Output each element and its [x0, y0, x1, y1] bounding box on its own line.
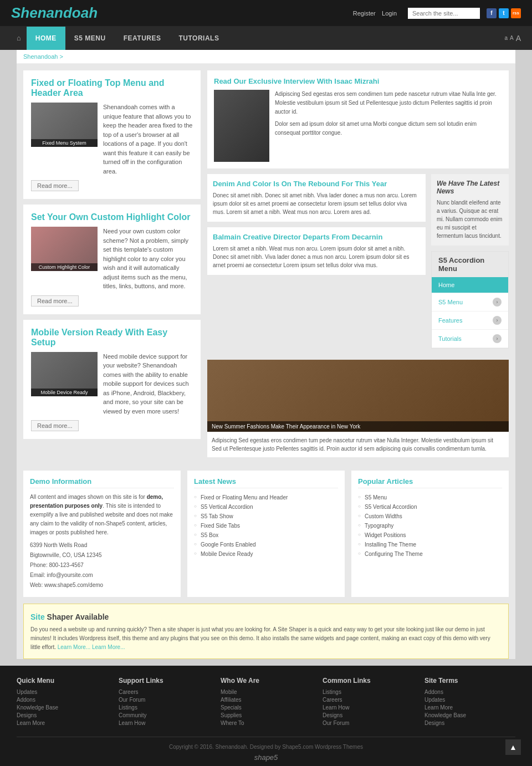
site-footer: Quick Menu Updates Addons Knowledge Base…	[0, 666, 532, 766]
footer-link[interactable]: Designs	[424, 720, 515, 726]
footer-link[interactable]: Designs	[17, 712, 108, 718]
news-right: We Have The Latest News Nunc blandit ele…	[431, 174, 509, 354]
accordion-arrow-features: ›	[493, 316, 502, 325]
footer-quickmenu-title: Quick Menu	[17, 677, 108, 685]
exclusive-header: Read Our Exclusive Interview With Isaac …	[214, 77, 502, 85]
footer-link[interactable]: Updates	[17, 689, 108, 695]
list-item[interactable]: Typography	[358, 521, 502, 530]
breadcrumb-home[interactable]: Shenandoah	[23, 53, 58, 60]
footer-link[interactable]: Supplies	[221, 712, 311, 718]
nav-item-s5menu[interactable]: S5 MENU	[65, 27, 115, 50]
article-2-img-label: Custom Highlight Color	[31, 263, 98, 271]
register-link[interactable]: Register	[353, 10, 376, 17]
exclusive-text1: Adipiscing Sed egestas eros sem condimen…	[275, 90, 502, 116]
footer-commonlinks-title: Common Links	[323, 677, 413, 685]
footer-columns: Quick Menu Updates Addons Knowledge Base…	[17, 677, 515, 728]
footer-link[interactable]: Affiliates	[221, 697, 311, 703]
footer-link[interactable]: Learn How	[119, 720, 209, 726]
footer-link[interactable]: Learn More	[17, 720, 108, 726]
footer-link[interactable]: Knowledge Base	[17, 704, 108, 711]
font-medium[interactable]: A	[510, 35, 514, 41]
list-item[interactable]: S5 Vertical Accordion	[194, 502, 338, 512]
list-item[interactable]: Google Fonts Enabled	[194, 540, 338, 549]
footer-link[interactable]: Learn More	[424, 704, 515, 711]
footer-link[interactable]: Our Forum	[323, 720, 413, 726]
footer-link[interactable]: Community	[119, 712, 209, 718]
news-2-title: Balmain Creative Director Departs From D…	[213, 233, 420, 241]
nav-item-features[interactable]: FEATURES	[115, 27, 170, 50]
list-item[interactable]: Widget Positions	[358, 530, 502, 540]
header-links: Register Login	[353, 9, 401, 17]
list-item[interactable]: Fixed Side Tabs	[194, 521, 338, 530]
logo-part2: doah	[63, 4, 98, 21]
list-item[interactable]: S5 Box	[194, 530, 338, 540]
footer-link[interactable]: Listings	[119, 704, 209, 711]
article-fixed-menu: Fixed or Floating Top Menu and Header Ar…	[23, 70, 201, 199]
article-2-read-more[interactable]: Read more...	[31, 295, 79, 307]
list-item[interactable]: S5 Menu	[358, 493, 502, 502]
news-left: Denim And Color Is On The Rebound For Th…	[207, 174, 426, 354]
footer-link[interactable]: Addons	[424, 689, 515, 695]
accordion-item-tutorials[interactable]: Tutorials ›	[432, 330, 508, 348]
article-custom-color: Set Your Own Custom Highlight Color Cust…	[23, 205, 201, 314]
footer-support-title: Support Links	[119, 677, 209, 685]
list-item[interactable]: Fixed or Floating Menu and Header	[194, 493, 338, 502]
article-mobile: Mobile Version Ready With Easy Setup Mob…	[23, 320, 201, 440]
list-item[interactable]: Custom Widths	[358, 512, 502, 521]
article-1-text: Shenandoah comes with a unique feature t…	[103, 103, 193, 176]
latest-news-list: Fixed or Floating Menu and Header S5 Ver…	[194, 493, 338, 559]
accordion-box: S5 Accordion Menu Home S5 Menu › Feature…	[431, 251, 509, 349]
footer-link[interactable]: Designs	[323, 712, 413, 718]
shaper-learn-more[interactable]: Learn More...	[58, 644, 90, 650]
accordion-item-features[interactable]: Features ›	[432, 311, 508, 330]
news-item-2: Balmain Creative Director Departs From D…	[207, 227, 426, 275]
list-item[interactable]: S5 Tab Show	[194, 512, 338, 521]
list-item[interactable]: Configuring The Theme	[358, 549, 502, 559]
footer-link[interactable]: Careers	[323, 697, 413, 703]
footer-link[interactable]: Knowledge Base	[424, 712, 515, 718]
footer-link[interactable]: Our Forum	[119, 697, 209, 703]
footer-link[interactable]: Learn How	[323, 704, 413, 711]
font-large[interactable]: A	[516, 34, 521, 43]
footer-col-quickmenu: Quick Menu Updates Addons Knowledge Base…	[17, 677, 108, 728]
footer-link[interactable]: Listings	[323, 689, 413, 695]
accordion-item-s5menu[interactable]: S5 Menu ›	[432, 293, 508, 311]
font-small[interactable]: a	[504, 35, 508, 41]
facebook-icon[interactable]: f	[487, 8, 497, 18]
twitter-icon[interactable]: t	[499, 8, 509, 18]
shape5-brand: shape5	[17, 753, 515, 762]
footer-link[interactable]: Careers	[119, 689, 209, 695]
article-1-image: Fixed Menu System	[31, 103, 98, 147]
accordion-arrow-tutorials: ›	[493, 334, 502, 343]
exclusive-text: Adipiscing Sed egestas eros sem condimen…	[275, 90, 502, 162]
list-item[interactable]: S5 Vertical Accordion	[358, 502, 502, 512]
footer-link[interactable]: Specials	[221, 704, 311, 711]
list-item[interactable]: Installing The Theme	[358, 540, 502, 549]
nav-item-tutorials[interactable]: TUTORIALS	[170, 27, 228, 50]
article-1-read-more[interactable]: Read more...	[31, 180, 79, 191]
article-3-read-more[interactable]: Read more...	[31, 420, 79, 431]
shaper-title: Site Shaper Available	[30, 611, 502, 623]
rss-icon[interactable]: rss	[511, 8, 521, 18]
footer-link[interactable]: Addons	[17, 697, 108, 703]
login-link[interactable]: Login	[382, 10, 397, 17]
home-icon[interactable]: ⌂	[11, 26, 27, 50]
footer-link[interactable]: Where To	[221, 720, 311, 726]
demo-info-text: All content and images shown on this sit…	[30, 493, 174, 537]
shaper-learn-more-link[interactable]: Learn More...	[92, 644, 125, 650]
latest-news-body: Nunc blandit eleifend ante a varius. Qui…	[437, 198, 503, 240]
accordion-item-home[interactable]: Home	[432, 277, 508, 293]
site-logo: Shenandoah	[11, 4, 98, 22]
news-1-title: Denim And Color Is On The Rebound For Th…	[213, 180, 420, 188]
site-header: Shenandoah Register Login f t rss	[0, 0, 532, 26]
exclusive-image	[214, 90, 269, 162]
popular-articles-title: Popular Articles	[358, 477, 502, 488]
nav-item-home[interactable]: HOME	[27, 27, 65, 50]
footer-bottom: Copyright © 2016. Shenandoah. Designed b…	[17, 737, 515, 762]
scroll-to-top-button[interactable]: ▲	[505, 739, 521, 755]
social-icons: f t rss	[487, 8, 521, 18]
search-input[interactable]	[408, 8, 480, 19]
list-item[interactable]: Mobile Device Ready	[194, 549, 338, 559]
footer-link[interactable]: Updates	[424, 697, 515, 703]
footer-link[interactable]: Mobile	[221, 689, 311, 695]
